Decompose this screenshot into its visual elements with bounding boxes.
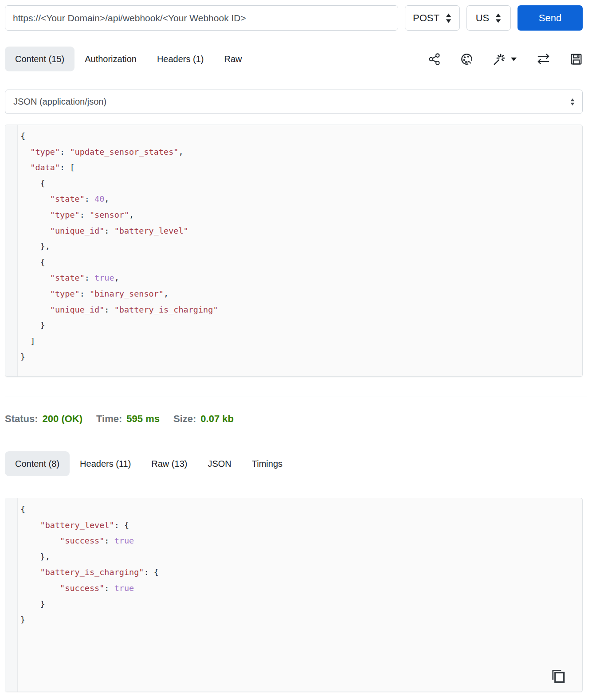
section-divider	[5, 396, 587, 396]
updown-caret-icon	[495, 13, 502, 23]
request-url-row: POST US Send	[5, 5, 583, 31]
api-client-window: POST US Send Content (15) Authorization …	[0, 5, 592, 692]
status-label: Status:	[5, 413, 38, 425]
time-label: Time:	[96, 413, 122, 425]
swap-arrows-icon	[537, 53, 550, 65]
response-tabs: Content (8) Headers (11) Raw (13) JSON T…	[5, 451, 583, 476]
size-value: 0.07 kb	[200, 413, 234, 425]
share-icon	[428, 53, 441, 66]
request-body-editor[interactable]: { "type": "update_sensor_states", "data"…	[18, 125, 582, 376]
tab-response-content[interactable]: Content (8)	[5, 451, 70, 476]
tab-request-content[interactable]: Content (15)	[5, 47, 74, 71]
tab-response-headers[interactable]: Headers (11)	[70, 451, 141, 476]
palette-icon	[460, 53, 473, 66]
prettify-menu-button[interactable]	[493, 52, 517, 66]
viewer-gutter	[5, 498, 18, 692]
theme-palette-button[interactable]	[460, 53, 473, 66]
region-select[interactable]: US	[467, 5, 511, 31]
tab-request-raw[interactable]: Raw	[214, 47, 252, 71]
save-request-button[interactable]	[570, 53, 583, 66]
response-body-panel: { "battery_level": { "success": true }, …	[5, 498, 583, 692]
share-button[interactable]	[428, 53, 441, 66]
content-type-select[interactable]: JSON (application/json)	[5, 90, 583, 114]
response-size: Size: 0.07 kb	[173, 413, 234, 425]
request-toolbar	[428, 52, 583, 66]
method-select-value: POST	[413, 12, 439, 24]
size-label: Size:	[173, 413, 196, 425]
content-type-value: JSON (application/json)	[13, 97, 106, 107]
request-tabs: Content (15) Authorization Headers (1) R…	[5, 47, 583, 71]
save-icon	[570, 53, 583, 66]
url-input[interactable]	[5, 5, 398, 31]
status-value: 200 (OK)	[43, 413, 82, 425]
dropdown-caret-icon	[510, 57, 517, 62]
tab-response-raw[interactable]: Raw (13)	[141, 451, 197, 476]
editor-gutter	[5, 125, 18, 376]
magic-wand-icon	[493, 52, 506, 66]
response-time: Time: 595 ms	[96, 413, 160, 425]
tab-response-json[interactable]: JSON	[197, 451, 241, 476]
tab-request-headers[interactable]: Headers (1)	[147, 47, 214, 71]
method-select[interactable]: POST	[405, 5, 460, 31]
status-code: Status: 200 (OK)	[5, 413, 82, 425]
copy-response-button[interactable]	[550, 668, 566, 686]
response-status-bar: Status: 200 (OK) Time: 595 ms Size: 0.07…	[5, 411, 592, 426]
region-select-value: US	[476, 12, 490, 24]
response-body-viewer: { "battery_level": { "success": true }, …	[18, 498, 582, 692]
updown-caret-icon	[570, 98, 575, 106]
copy-icon	[550, 668, 566, 685]
time-value: 595 ms	[126, 413, 160, 425]
send-button[interactable]: Send	[518, 5, 583, 31]
tab-request-authorization[interactable]: Authorization	[74, 47, 147, 71]
swap-request-button[interactable]	[537, 53, 550, 65]
request-body-panel: { "type": "update_sensor_states", "data"…	[5, 125, 583, 377]
tab-response-timings[interactable]: Timings	[242, 451, 293, 476]
updown-caret-icon	[445, 13, 452, 23]
